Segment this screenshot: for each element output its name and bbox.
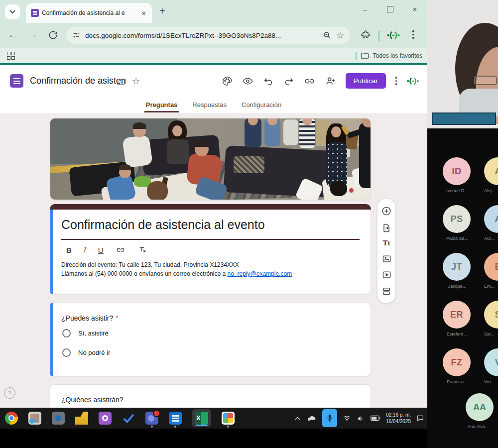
tab-questions[interactable]: Preguntas [146,101,178,112]
taskbar-excel-icon[interactable] [192,408,211,429]
document-title[interactable]: Confirmación de asisten [30,76,126,86]
participant-avatar[interactable]: V [484,348,498,376]
tab-title: Confirmación de asistencia al e [42,9,137,16]
reload-button[interactable] [48,30,58,40]
add-question-icon[interactable] [381,206,392,217]
header-image-card[interactable] [50,118,371,200]
back-button[interactable]: ← [8,29,17,40]
forms-menu-icon[interactable] [395,77,397,85]
answer-option[interactable]: Sí, asistiré [62,329,110,337]
preview-eye-icon[interactable] [242,76,253,87]
speaker-icon[interactable] [357,415,365,422]
participant-avatar[interactable]: ID [443,157,471,185]
new-tab-button[interactable]: + [159,5,165,17]
radio-button-icon[interactable] [62,329,71,337]
participant-avatar[interactable]: A [484,157,498,185]
battery-icon[interactable] [371,415,380,422]
close-window-button[interactable]: × [402,0,427,18]
taskbar-snipping-icon[interactable] [28,408,41,429]
active-speaker-video[interactable] [427,0,498,128]
apps-grid-icon[interactable] [7,52,15,60]
account-avatar-icon[interactable] [406,76,419,86]
taskbar-chrome-icon[interactable] [5,408,18,429]
session-recorder-icon[interactable] [386,30,400,40]
copy-link-icon[interactable] [304,76,315,87]
answer-option[interactable]: No podré ir [62,348,110,357]
undo-icon[interactable] [263,76,274,87]
taskbar-word-icon[interactable] [169,408,182,429]
bold-button[interactable]: B [66,246,72,254]
theme-palette-icon[interactable] [222,76,233,87]
publish-button[interactable]: Publicar [346,73,386,89]
participant-avatar[interactable]: S [484,301,498,329]
star-form-icon[interactable]: ☆ [132,76,140,87]
taskbar-office-icon[interactable] [99,408,112,429]
minimize-button[interactable]: – [353,0,377,18]
import-questions-icon[interactable] [381,223,391,233]
maximize-button[interactable] [377,0,402,18]
bookmark-star-icon[interactable]: ☆ [337,30,344,41]
tray-clock[interactable]: 02:16 p. m. 16/04/2025 [386,412,411,425]
participant-row: JTJacque...EEm... [427,243,498,291]
add-image-icon[interactable] [381,254,392,264]
add-collaborators-icon[interactable] [325,76,336,87]
extensions-icon[interactable] [361,30,371,40]
tray-chevron-up-icon[interactable] [294,415,301,422]
clear-formatting-icon[interactable] [137,245,147,254]
form-description[interactable]: Dirección del evento: Tu calle 123, Tu c… [61,260,292,278]
notifications-icon[interactable] [416,414,424,422]
tab-close-icon[interactable]: × [140,9,147,17]
required-asterisk: * [116,314,118,322]
toolbar-separator [378,31,379,41]
question1-card[interactable]: ¿Puedes asistir?* Sí, asistiréNo podré i… [50,303,371,376]
participant-avatar[interactable]: JT [443,253,471,281]
add-video-icon[interactable] [381,270,392,280]
tab-search-button[interactable] [5,4,20,19]
tune-icon[interactable] [72,31,80,39]
taskbar-camera-app-icon[interactable] [52,408,65,429]
italic-button[interactable]: I [84,246,86,254]
tab-responses[interactable]: Respuestas [192,101,227,112]
underline-button[interactable]: U [98,246,104,254]
radio-button-icon[interactable] [62,348,71,357]
form-title-card[interactable]: Confirmación de asistencia al evento B I… [50,204,371,294]
insert-link-icon[interactable] [116,245,125,254]
tab-settings[interactable]: Configuración [242,101,281,112]
description-email-link[interactable]: no_reply@example.com [228,270,292,277]
forward-button[interactable]: → [28,29,37,40]
wifi-icon[interactable] [343,415,351,422]
help-button[interactable]: ? [4,387,15,399]
add-text-icon[interactable]: Tt [383,239,390,247]
folder-icon [361,52,369,59]
form-title-input[interactable]: Confirmación de asistencia al evento [61,218,265,232]
participant-avatar[interactable]: PS [443,205,471,233]
all-favorites-label[interactable]: Todos los favoritos [373,52,422,59]
participant-avatar[interactable]: A [484,205,498,233]
browser-tab[interactable]: Confirmación de asistencia al e × [26,3,152,23]
participant-avatar[interactable]: E [484,253,498,281]
question2-card[interactable]: ¿Quiénes asistirán? [50,384,371,408]
url-bar[interactable]: docs.google.com/forms/d/1SEcxTLreZRPxt--… [66,27,350,44]
option-label: Sí, asistiré [78,330,109,337]
taskbar-photos-icon[interactable] [222,408,235,429]
participant-avatar[interactable]: FZ [443,348,471,376]
zoom-out-icon[interactable] [323,31,332,40]
add-section-icon[interactable] [381,286,391,296]
question2-label[interactable]: ¿Quiénes asistirán? [61,396,124,404]
taskbar-powerbi-icon[interactable] [75,408,88,429]
forms-nav-tabs: Preguntas Respuestas Configuración [0,98,427,113]
participant-avatar[interactable]: AA [466,393,494,421]
participant-name: Francisc... [435,379,479,384]
taskbar-todo-icon[interactable] [122,408,135,429]
move-folder-icon[interactable] [117,78,125,85]
participant-list: IDIvonne D...AAlej...PSPaola Sa...AAur..… [427,147,498,386]
forms-logo-icon[interactable] [10,74,23,88]
redo-icon[interactable] [283,76,294,87]
onedrive-icon[interactable] [307,415,317,422]
browser-menu-icon[interactable] [412,30,414,39]
microphone-active-indicator[interactable] [322,409,337,427]
taskbar-teams-icon[interactable] [145,408,158,429]
description-underline [61,286,360,286]
participant-avatar[interactable]: ER [443,301,471,329]
question1-label[interactable]: ¿Puedes asistir? [61,314,113,322]
